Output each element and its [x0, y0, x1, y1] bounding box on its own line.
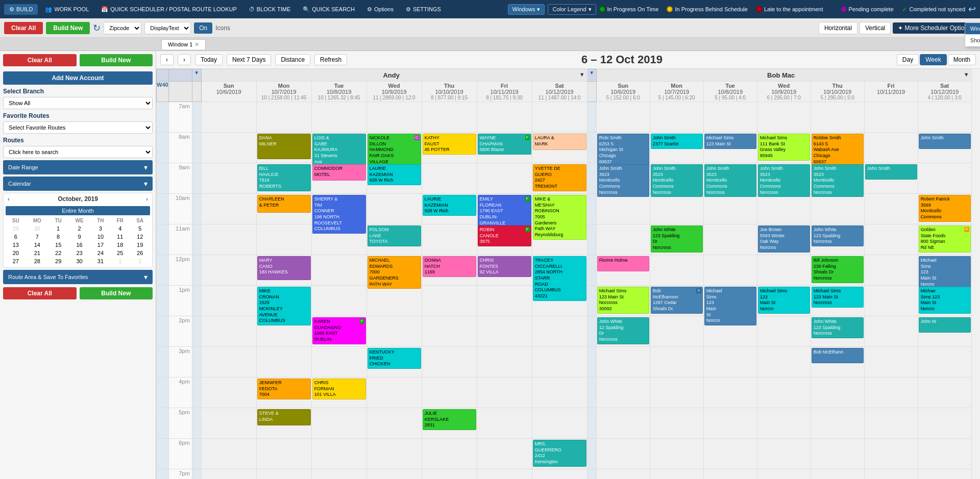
andy-day-cell[interactable]: COMMODORMOTEL — [311, 163, 366, 194]
andy-day-cell[interactable]: MIKE &ME'SHAYROBINSON7005GardenersPath W… — [532, 194, 587, 224]
andy-day-cell[interactable] — [201, 469, 256, 480]
calendar-day[interactable]: 9 — [68, 233, 90, 241]
event-block[interactable]: YVETTE DEGUERO2427TREMONT — [533, 164, 586, 191]
event-block[interactable]: Michael Sims111 Bank StGrass Valley95945 — [758, 134, 810, 161]
bobmac-day-cell[interactable]: Robert Patrick3569MonticelloCommons — [918, 194, 971, 224]
bobmac-day-cell[interactable] — [811, 102, 864, 133]
bobmac-day-cell[interactable] — [864, 133, 918, 163]
clear-all-button[interactable]: Clear All — [4, 22, 43, 34]
event-block[interactable]: ROBINCANOLE3875F — [478, 225, 531, 246]
bobmac-day-cell[interactable]: Michael Sims123Main StNorcro — [757, 286, 811, 316]
bottom-build-new-button[interactable]: Build New — [80, 287, 153, 299]
bobmac-day-cell[interactable] — [703, 194, 757, 224]
andy-day-cell[interactable]: JENNIFERFEDOTA7004 — [256, 377, 311, 408]
bobmac-day-cell[interactable] — [811, 469, 864, 480]
bobmac-day-cell[interactable]: John Smith — [864, 163, 918, 194]
event-block[interactable]: LAURIEKAZEMIAN928 W Rich — [423, 195, 476, 216]
event-block[interactable]: FOLSOMLAKETOYOTA — [368, 225, 421, 246]
branch-select[interactable]: Show All — [3, 97, 153, 109]
andy-day-cell[interactable] — [532, 316, 587, 347]
back-button[interactable]: ↩ — [968, 4, 976, 15]
bobmac-day-cell[interactable] — [650, 469, 703, 480]
calendar-day[interactable]: 19 — [130, 241, 150, 249]
bobmac-day-cell[interactable] — [811, 194, 864, 224]
bobmac-day-cell[interactable] — [757, 347, 811, 377]
on-button[interactable]: On — [194, 22, 212, 34]
event-block[interactable]: Michael Sims123Main StNorcro — [758, 287, 810, 314]
bobmac-day-cell[interactable] — [596, 102, 650, 133]
bobmac-day-cell[interactable]: MichaeSims 123Main StNorcro — [918, 286, 971, 316]
bobmac-day-cell[interactable] — [811, 439, 864, 469]
event-block[interactable]: WAYNECHAPMAN5600 BlazerF — [478, 134, 531, 155]
calendar-day[interactable]: 21 — [26, 249, 48, 257]
andy-day-cell[interactable]: DONNAHATCH1169 — [422, 255, 477, 286]
bobmac-day-cell[interactable] — [918, 469, 971, 480]
bobmac-day-cell[interactable] — [864, 224, 918, 255]
color-legend-button[interactable]: Color Legend ▾ — [548, 4, 596, 15]
event-block[interactable]: JULIEKERSLAKE2831 — [423, 409, 476, 430]
andy-day-cell[interactable] — [201, 316, 256, 347]
andy-day-cell[interactable]: YVETTE DEGUERO2427TREMONT — [532, 163, 587, 194]
nav-build[interactable]: ⚙ BUILD — [4, 4, 38, 15]
andy-day-cell[interactable] — [532, 347, 587, 377]
event-block[interactable]: MICHAELEDWARDS7000GARDENERSPATH WAY — [368, 256, 421, 289]
bobmac-day-cell[interactable]: Bob McElhann — [811, 347, 864, 377]
event-block[interactable]: Michael Sims123 Main St — [704, 134, 756, 149]
andy-day-cell[interactable] — [201, 163, 256, 194]
event-block[interactable]: COMMODORMOTEL — [312, 164, 366, 181]
andy-day-cell[interactable] — [311, 439, 366, 469]
event-block[interactable]: John White12 SpaldingDrNorcross — [597, 317, 649, 344]
horizontal-button[interactable]: Horizontal — [819, 22, 857, 34]
add-new-account-button[interactable]: Add New Account — [3, 71, 153, 85]
event-block[interactable]: John White123 SpaldingDrNorcross — [651, 225, 703, 253]
andy-day-cell[interactable]: KARENGUADAGNO1965 EASTDUBLIN-F — [311, 316, 366, 347]
bobmac-day-cell[interactable]: John W — [918, 316, 971, 347]
andy-day-cell[interactable]: CHRISFORMAN101 VILLA — [311, 377, 366, 408]
bobmac-day-cell[interactable] — [864, 286, 918, 316]
next7days-button[interactable]: Next 7 Days — [227, 54, 271, 65]
window1-option[interactable]: Window 1 — [965, 23, 980, 35]
andy-day-cell[interactable] — [201, 286, 256, 316]
andy-day-cell[interactable] — [532, 102, 587, 133]
andy-day-cell[interactable]: NICKOLEDILLONHAMMONDFAIR OAKSVILLAGEMARK… — [366, 133, 422, 163]
calendar-accordion[interactable]: Calendar ▾ — [3, 177, 153, 191]
andy-day-cell[interactable]: MICHAELEDWARDS7000GARDENERSPATH WAY — [366, 255, 422, 286]
event-block[interactable]: KATHYFAUST45 POTTER — [423, 134, 476, 155]
andy-day-cell[interactable] — [532, 377, 587, 408]
andy-day-cell[interactable]: LAURA &MARK — [532, 133, 587, 163]
andy-day-cell[interactable]: MARYCANO183 HAWKES — [256, 255, 311, 286]
calendar-day[interactable]: 20 — [6, 249, 26, 257]
calendar-day[interactable]: 29 — [6, 224, 26, 233]
andy-day-cell[interactable]: SHERRY &TIMCONNER198 NORTHROOSEVELTCOLUM… — [311, 194, 366, 224]
event-block[interactable]: Robbie Smith6143 SWabash AveChicago60637 — [812, 134, 864, 166]
bobmac-day-cell[interactable] — [757, 408, 811, 439]
bobmac-day-cell[interactable] — [596, 408, 650, 439]
bobmac-day-cell[interactable] — [864, 439, 918, 469]
andy-day-cell[interactable] — [201, 194, 256, 224]
bobmac-day-cell[interactable] — [650, 408, 703, 439]
bobmac-day-cell[interactable] — [864, 316, 918, 347]
nav-workpool[interactable]: 👥 WORK POOL — [40, 4, 94, 15]
andy-day-cell[interactable] — [532, 286, 587, 316]
bobmac-day-cell[interactable] — [918, 347, 971, 377]
bobmac-day-cell[interactable] — [864, 194, 918, 224]
andy-day-cell[interactable] — [366, 102, 422, 133]
bobmac-day-cell[interactable] — [757, 439, 811, 469]
next-week-button[interactable]: › — [178, 54, 191, 65]
bobmac-day-cell[interactable]: MichaelSims123Main StNorcro — [918, 255, 971, 286]
event-block[interactable]: MichaeSims 123Main StNorcro — [919, 287, 971, 314]
event-block[interactable]: Bill Johnson239 FallingShoals DrNorcross — [812, 256, 864, 283]
bobmac-day-cell[interactable] — [650, 347, 703, 377]
andy-day-cell[interactable] — [311, 224, 366, 255]
calendar-day[interactable]: 2 — [130, 257, 150, 265]
display-text-select[interactable]: DisplayText — [144, 22, 191, 34]
bobmac-day-cell[interactable]: Bill Johnson239 FallingShoals DrNorcross — [811, 255, 864, 286]
event-block[interactable]: KENTUCKYFRIEDCHICKEN — [368, 348, 421, 369]
bobmac-day-cell[interactable]: Florine Holme — [596, 255, 650, 286]
bobmac-day-cell[interactable] — [650, 255, 703, 286]
calendar-day[interactable]: 15 — [48, 241, 68, 249]
bobmac-day-cell[interactable]: John Smith2377 Scarlet — [650, 133, 703, 163]
distance-button[interactable]: Distance — [275, 54, 310, 65]
bobmac-day-cell[interactable] — [757, 102, 811, 133]
date-range-accordion[interactable]: Date Range ▾ — [3, 160, 153, 174]
